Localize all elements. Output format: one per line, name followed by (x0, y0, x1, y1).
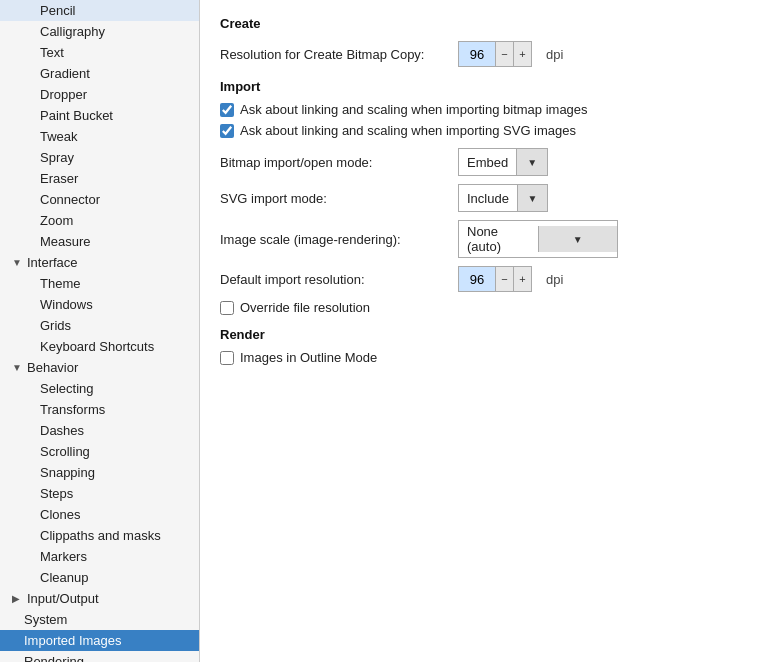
svg-import-value: Include (459, 188, 517, 209)
image-scale-row: Image scale (image-rendering): None (aut… (220, 220, 746, 258)
sidebar-item-tweak[interactable]: Tweak (0, 126, 199, 147)
resolution-increment-button[interactable]: + (513, 42, 531, 66)
checkbox-svg[interactable] (220, 124, 234, 138)
default-resolution-decrement-button[interactable]: − (495, 267, 513, 291)
svg-import-row: SVG import mode: Include ▼ (220, 184, 746, 212)
override-file-resolution-row: Override file resolution (220, 300, 746, 315)
sidebar-item-rendering[interactable]: Rendering (0, 651, 199, 662)
input-output-arrow-icon (12, 593, 24, 605)
sidebar-item-measure[interactable]: Measure (0, 231, 199, 252)
sidebar-item-zoom[interactable]: Zoom (0, 210, 199, 231)
sidebar-group-interface[interactable]: Interface (0, 252, 199, 273)
sidebar-item-dropper[interactable]: Dropper (0, 84, 199, 105)
sidebar-item-calligraphy[interactable]: Calligraphy (0, 21, 199, 42)
sidebar-item-steps[interactable]: Steps (0, 483, 199, 504)
interface-arrow-icon (12, 257, 24, 269)
sidebar-item-clippaths-masks[interactable]: Clippaths and masks (0, 525, 199, 546)
checkbox-svg-row: Ask about linking and scaling when impor… (220, 123, 746, 138)
sidebar-item-spray[interactable]: Spray (0, 147, 199, 168)
sidebar-item-paint-bucket[interactable]: Paint Bucket (0, 105, 199, 126)
sidebar-item-text[interactable]: Text (0, 42, 199, 63)
sidebar-item-grids[interactable]: Grids (0, 315, 199, 336)
sidebar-group-behavior[interactable]: Behavior (0, 357, 199, 378)
resolution-decrement-button[interactable]: − (495, 42, 513, 66)
resolution-label: Resolution for Create Bitmap Copy: (220, 47, 450, 62)
default-import-resolution-input[interactable] (459, 267, 495, 291)
sidebar-item-theme[interactable]: Theme (0, 273, 199, 294)
default-import-resolution-group: − + (458, 266, 532, 292)
bitmap-import-row: Bitmap import/open mode: Embed ▼ (220, 148, 746, 176)
sidebar-item-snapping[interactable]: Snapping (0, 462, 199, 483)
checkbox-bitmap[interactable] (220, 103, 234, 117)
sidebar-group-input-output[interactable]: Input/Output (0, 588, 199, 609)
checkbox-bitmap-row: Ask about linking and scaling when impor… (220, 102, 746, 117)
sidebar-item-pencil[interactable]: Pencil (0, 0, 199, 21)
bitmap-import-dropdown[interactable]: Embed ▼ (458, 148, 548, 176)
bitmap-import-label: Bitmap import/open mode: (220, 155, 450, 170)
image-scale-label: Image scale (image-rendering): (220, 232, 450, 247)
render-section-title: Render (220, 327, 746, 342)
sidebar-item-windows[interactable]: Windows (0, 294, 199, 315)
image-scale-dropdown[interactable]: None (auto) ▼ (458, 220, 618, 258)
default-import-resolution-row: Default import resolution: − + dpi (220, 266, 746, 292)
checkbox-bitmap-label: Ask about linking and scaling when impor… (240, 102, 588, 117)
svg-import-dropdown[interactable]: Include ▼ (458, 184, 548, 212)
resolution-row: Resolution for Create Bitmap Copy: − + d… (220, 41, 746, 67)
resolution-input-group: − + (458, 41, 532, 67)
default-resolution-increment-button[interactable]: + (513, 267, 531, 291)
resolution-dpi-label: dpi (546, 47, 563, 62)
images-outline-row: Images in Outline Mode (220, 350, 746, 365)
default-import-resolution-label: Default import resolution: (220, 272, 450, 287)
svg-import-arrow-icon: ▼ (517, 185, 547, 211)
bitmap-import-value: Embed (459, 152, 516, 173)
sidebar-item-markers[interactable]: Markers (0, 546, 199, 567)
sidebar: Pencil Calligraphy Text Gradient Dropper… (0, 0, 200, 662)
sidebar-item-cleanup[interactable]: Cleanup (0, 567, 199, 588)
sidebar-item-selecting[interactable]: Selecting (0, 378, 199, 399)
sidebar-item-connector[interactable]: Connector (0, 189, 199, 210)
resolution-input[interactable] (459, 42, 495, 66)
sidebar-item-imported-images[interactable]: Imported Images (0, 630, 199, 651)
main-content: Create Resolution for Create Bitmap Copy… (200, 0, 766, 662)
image-scale-arrow-icon: ▼ (538, 226, 618, 252)
checkbox-override-resolution[interactable] (220, 301, 234, 315)
create-section-title: Create (220, 16, 746, 31)
behavior-arrow-icon (12, 362, 24, 374)
sidebar-item-gradient[interactable]: Gradient (0, 63, 199, 84)
sidebar-item-scrolling[interactable]: Scrolling (0, 441, 199, 462)
sidebar-item-clones[interactable]: Clones (0, 504, 199, 525)
image-scale-value: None (auto) (459, 221, 538, 257)
sidebar-item-system[interactable]: System (0, 609, 199, 630)
checkbox-svg-label: Ask about linking and scaling when impor… (240, 123, 576, 138)
sidebar-item-eraser[interactable]: Eraser (0, 168, 199, 189)
images-outline-label: Images in Outline Mode (240, 350, 377, 365)
sidebar-item-keyboard-shortcuts[interactable]: Keyboard Shortcuts (0, 336, 199, 357)
import-section-title: Import (220, 79, 746, 94)
svg-import-label: SVG import mode: (220, 191, 450, 206)
bitmap-import-arrow-icon: ▼ (516, 149, 547, 175)
default-resolution-dpi-label: dpi (546, 272, 563, 287)
override-file-resolution-label: Override file resolution (240, 300, 370, 315)
sidebar-item-transforms[interactable]: Transforms (0, 399, 199, 420)
sidebar-item-dashes[interactable]: Dashes (0, 420, 199, 441)
checkbox-images-outline[interactable] (220, 351, 234, 365)
